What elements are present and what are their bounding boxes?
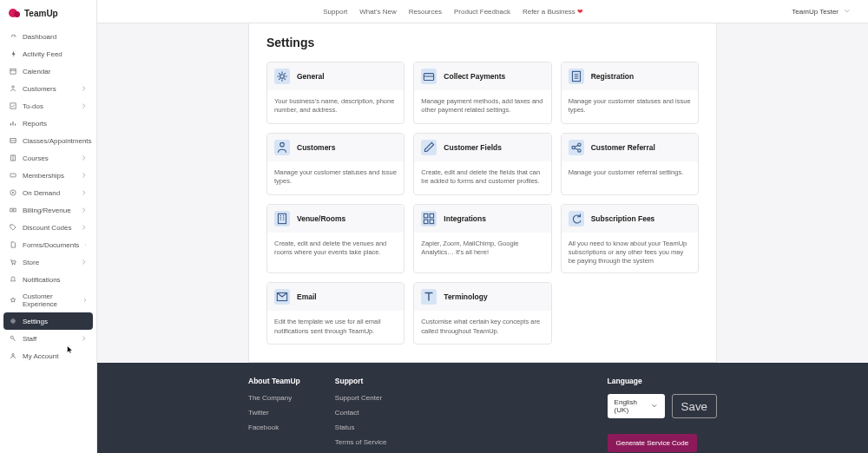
topnav-refer-a-business[interactable]: Refer a Business ❤ xyxy=(523,8,583,16)
language-select[interactable]: English (UK) xyxy=(608,394,665,418)
building-icon xyxy=(274,211,290,226)
card-description: Edit the template we use for all email n… xyxy=(267,311,404,344)
svg-point-18 xyxy=(577,143,580,146)
svg-rect-4 xyxy=(10,174,16,177)
footer-about-link-facebook[interactable]: Facebook xyxy=(248,423,300,431)
sidebar-item-discount-codes[interactable]: Discount Codes xyxy=(0,219,96,236)
sidebar-item-to-dos[interactable]: To-dos xyxy=(0,97,96,115)
sidebar-item-billing-revenue[interactable]: Billing/Revenue xyxy=(0,201,96,219)
footer-support: Support Support CenterContactStatusTerms… xyxy=(335,377,387,453)
footer: About TeamUp The CompanyTwitterFacebook … xyxy=(97,363,868,453)
topbar: SupportWhat's NewResourcesProduct Feedba… xyxy=(97,0,868,23)
sidebar-item-memberships[interactable]: Memberships xyxy=(0,167,96,184)
sidebar-item-calendar[interactable]: Calendar xyxy=(0,62,96,80)
nav-label: To-dos xyxy=(23,102,43,110)
card-description: Manage your customer referral settings. xyxy=(562,161,698,194)
sidebar-item-store[interactable]: Store xyxy=(0,253,96,271)
sidebar-item-forms-documents[interactable]: Forms/Documents xyxy=(0,236,96,253)
nav-label: Staff xyxy=(23,335,36,343)
user-menu[interactable]: TeamUp Tester xyxy=(792,8,851,16)
footer-about-title: About TeamUp xyxy=(248,377,300,385)
svg-point-8 xyxy=(12,264,13,265)
sidebar-item-my-account[interactable]: My Account xyxy=(0,347,96,364)
footer-about-link-the-company[interactable]: The Company xyxy=(248,394,300,402)
settings-card-customers[interactable]: CustomersManage your customer statuses a… xyxy=(266,133,404,195)
svg-point-12 xyxy=(12,354,15,357)
sidebar-item-customers[interactable]: Customers xyxy=(0,80,96,97)
svg-point-7 xyxy=(12,209,14,211)
footer-about-link-twitter[interactable]: Twitter xyxy=(248,409,300,417)
card-header: Customers xyxy=(267,134,404,161)
card-header: Terminology xyxy=(414,283,550,311)
save-button[interactable]: Save xyxy=(672,394,717,418)
settings-card-registration[interactable]: RegistrationManage your customer statuse… xyxy=(561,62,699,124)
sidebar-item-activity-feed[interactable]: Activity Feed xyxy=(0,45,96,62)
sidebar-item-notifications[interactable]: Notifications xyxy=(0,271,96,288)
footer-support-link-contact[interactable]: Contact xyxy=(335,409,387,417)
footer-support-link-status[interactable]: Status xyxy=(335,423,387,431)
sidebar-item-classes-appointments[interactable]: Classes/Appointments xyxy=(0,132,96,149)
footer-support-link-support-center[interactable]: Support Center xyxy=(335,394,387,402)
nav-label: Billing/Revenue xyxy=(23,207,71,214)
card-title: Customers xyxy=(297,143,335,152)
chevron-right-icon xyxy=(81,224,88,231)
topnav-resources[interactable]: Resources xyxy=(409,8,442,16)
settings-card-general[interactable]: GeneralYour business's name, description… xyxy=(266,62,404,124)
nav-label: Store xyxy=(23,259,39,266)
form-icon xyxy=(569,69,584,84)
nav-label: Discount Codes xyxy=(23,224,71,232)
sidebar-item-staff[interactable]: Staff xyxy=(0,330,96,347)
nav-label: Calendar xyxy=(23,68,50,76)
topnav-what-s-new[interactable]: What's New xyxy=(359,8,396,16)
card-title: Subscription Fees xyxy=(591,214,655,223)
sidebar-item-courses[interactable]: Courses xyxy=(0,149,96,167)
settings-card-collect-payments[interactable]: Collect PaymentsManage payment methods, … xyxy=(413,62,551,124)
settings-card-subscription-fees[interactable]: Subscription FeesAll you need to know ab… xyxy=(561,204,699,273)
svg-rect-21 xyxy=(424,213,429,218)
sidebar-item-settings[interactable]: Settings xyxy=(3,312,93,330)
card-description: Manage your customer statuses and issue … xyxy=(267,161,404,194)
sidebar-item-customer-experience[interactable]: Customer Experience xyxy=(0,288,96,312)
settings-card-email[interactable]: EmailEdit the template we use for all em… xyxy=(266,282,404,345)
gear-icon xyxy=(9,317,17,325)
chevron-right-icon xyxy=(81,154,88,161)
tag-icon xyxy=(9,223,17,232)
card-title: Customer Referral xyxy=(591,143,655,152)
user-name: TeamUp Tester xyxy=(792,8,838,16)
share-icon xyxy=(569,140,584,155)
key-icon xyxy=(9,334,17,343)
footer-support-link-terms-of-service[interactable]: Terms of Service xyxy=(335,438,387,446)
settings-card-terminology[interactable]: TerminologyCustomise what certain key co… xyxy=(413,282,551,345)
language-value: English (UK) xyxy=(615,398,651,414)
settings-card-venue-rooms[interactable]: Venue/RoomsCreate, edit and delete the v… xyxy=(266,204,404,273)
generate-service-code-button[interactable]: Generate Service Code xyxy=(608,434,698,452)
card-title: Integrations xyxy=(444,214,486,223)
book-icon xyxy=(9,154,17,162)
svg-point-13 xyxy=(280,75,285,79)
settings-card-integrations[interactable]: IntegrationsZapier, Zoom, MailChimp, Goo… xyxy=(413,204,551,273)
settings-card-customer-referral[interactable]: Customer ReferralManage your customer re… xyxy=(561,133,699,195)
settings-card-customer-fields[interactable]: Customer FieldsCreate, edit and delete t… xyxy=(413,133,551,195)
card-header: Registration xyxy=(562,62,698,90)
card-header: Venue/Rooms xyxy=(267,205,404,233)
svg-rect-22 xyxy=(430,213,434,218)
bell-icon xyxy=(9,275,17,284)
sidebar-item-reports[interactable]: Reports xyxy=(0,115,96,132)
card-title: Venue/Rooms xyxy=(297,214,345,223)
nav-label: Reports xyxy=(23,120,47,128)
topnav-support[interactable]: Support xyxy=(323,8,347,16)
sidebar-item-dashboard[interactable]: Dashboard xyxy=(0,28,96,45)
nav-label: My Account xyxy=(23,352,58,360)
sidebar-item-on-demand[interactable]: On Demand xyxy=(0,184,96,201)
page-title: Settings xyxy=(266,36,699,49)
bolt-icon xyxy=(9,49,17,58)
doc-icon xyxy=(9,240,17,249)
heart-icon: ❤ xyxy=(575,8,583,16)
chevron-down-icon xyxy=(844,8,851,15)
mail-icon xyxy=(274,289,290,305)
logo[interactable]: TeamUp xyxy=(0,7,96,28)
card-description: Zapier, Zoom, MailChimp, Google Analytic… xyxy=(414,233,550,266)
nav-label: Customer Experience xyxy=(23,292,77,308)
bars-icon xyxy=(9,119,17,128)
topnav-product-feedback[interactable]: Product Feedback xyxy=(454,8,510,16)
